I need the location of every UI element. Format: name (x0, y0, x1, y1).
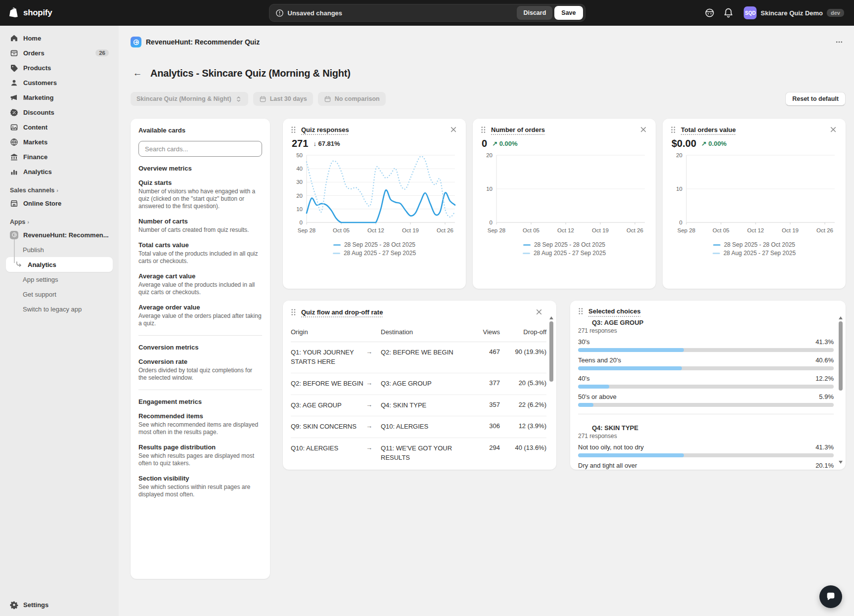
legend-swatch (333, 244, 341, 246)
available-card-item[interactable]: Conversion rateOrders divided by total q… (138, 358, 262, 382)
total-orders-value-value: $0.00 (672, 138, 696, 149)
svg-text:Oct 19: Oct 19 (782, 227, 799, 233)
charts-column: Quiz responses 271 ↓ 67.81% 01020304050S… (283, 119, 846, 470)
quiz-flow-scrollbar (549, 316, 554, 464)
sidebar-subitem-app-settings[interactable]: App settings (6, 272, 113, 287)
available-card-item[interactable]: Recommended itemsSee which recommended i… (138, 412, 262, 436)
number-of-orders-title: Number of orders (491, 126, 545, 133)
reset-to-default-button[interactable]: Reset to default (785, 92, 846, 106)
sidebar-item-orders[interactable]: Orders26 (6, 45, 113, 60)
back-arrow-button[interactable]: ← (131, 66, 144, 80)
shopify-logo[interactable]: shopify (8, 6, 52, 20)
sidebar-item-label: Analytics (23, 168, 52, 176)
close-icon[interactable] (535, 308, 543, 316)
sidebar-subitem-analytics[interactable]: Analytics (6, 257, 113, 272)
close-icon[interactable] (449, 125, 458, 134)
scroll-down-icon[interactable] (839, 461, 843, 464)
svg-text:50: 50 (296, 152, 303, 158)
available-card-item[interactable]: Number of cartsNumber of carts created f… (138, 218, 262, 234)
calendar-icon (324, 95, 331, 103)
shopify-admin: shopify Unsaved changes Discard Save SQD… (0, 0, 854, 616)
scrollbar-thumb[interactable] (549, 321, 553, 382)
sidebar-item-discounts[interactable]: Discounts (6, 105, 113, 120)
drag-handle-icon[interactable] (671, 126, 676, 133)
choice-pct: 5.9% (819, 393, 834, 400)
save-button[interactable]: Save (554, 6, 583, 20)
sidebar-item-settings[interactable]: Settings (6, 597, 113, 612)
svg-text:Oct 26: Oct 26 (816, 227, 833, 233)
flow-views: 467 (468, 348, 500, 355)
sidebar-item-online-store[interactable]: Online Store (6, 196, 113, 211)
choice-bar: Teens and 20's40.6% (578, 356, 834, 370)
settings-label: Settings (23, 601, 48, 609)
sidebar-section-sales-channels[interactable]: Sales channels › (10, 187, 113, 194)
sidebar-sales-nav: Online Store (0, 196, 119, 211)
store-menu[interactable]: SQD Skincare Quiz Demo dev (742, 5, 846, 21)
arrow-right-icon: → (366, 379, 381, 387)
sidebar-subitem-get-support[interactable]: Get support (6, 287, 113, 302)
available-card-item[interactable]: Average cart valueAverage value of the p… (138, 272, 262, 296)
sidebar-item-finance[interactable]: Finance (6, 149, 113, 164)
available-card-title: Recommended items (138, 412, 262, 420)
chevron-right-icon: › (56, 187, 58, 193)
drag-handle-icon[interactable] (291, 126, 296, 133)
sidebar-item-customers[interactable]: Customers (6, 75, 113, 90)
available-card-desc: Number of carts created from quiz result… (138, 226, 262, 234)
arrow-right-icon: → (366, 444, 381, 451)
sidebar-item-revenuehunt-app[interactable]: RevenueHunt: Recommen... (6, 227, 113, 242)
flow-destination: Q4: SKIN TYPE (381, 401, 468, 410)
quiz-flow-row: Q9: SKIN CONCERNS→Q10: ALERGIES30612 (3.… (291, 416, 546, 438)
available-card-item[interactable]: Average order valueAverage value of the … (138, 304, 262, 327)
quiz-select[interactable]: Skincare Quiz (Morning & Night) (131, 92, 248, 106)
svg-text:10: 10 (296, 206, 303, 212)
sidekick-icon[interactable] (704, 7, 715, 18)
sidebar-section-apps[interactable]: Apps › (10, 219, 113, 225)
drag-handle-icon[interactable] (291, 308, 296, 316)
drag-handle-icon[interactable] (578, 308, 584, 315)
choice-bar-fill (578, 366, 682, 370)
choice-label: 50's or above (578, 393, 617, 400)
available-card-item[interactable]: Quiz startsNumber of visitors who have e… (138, 179, 262, 210)
sidebar-item-marketing[interactable]: Marketing (6, 90, 113, 105)
flow-dropoff: 20 (5.3%) (500, 379, 546, 387)
choice-label: Teens and 20's (578, 356, 621, 364)
notifications-bell-icon[interactable] (723, 7, 734, 18)
available-card-desc: See which sections within result pages a… (138, 484, 262, 498)
date-range-filter[interactable]: Last 30 days (253, 92, 313, 106)
choice-bar-fill (578, 453, 684, 457)
sidebar-subitem-publish[interactable]: Publish (6, 242, 113, 257)
number-of-orders-change: ↗ 0.00% (492, 140, 517, 147)
scrollbar-thumb[interactable] (839, 321, 843, 391)
quiz-flow-row: Q1: YOUR JOURNEY STARTS HERE→Q2: BEFORE … (291, 342, 546, 373)
choice-responses-count: 271 responses (578, 433, 834, 440)
chat-launcher-button[interactable] (819, 585, 842, 608)
sidebar-item-products[interactable]: Products (6, 60, 113, 75)
unsaved-changes-bar[interactable]: Unsaved changes Discard Save (269, 4, 585, 22)
legend-label: 28 Sep 2025 - 28 Oct 2025 (344, 241, 415, 248)
legend-swatch (523, 253, 530, 254)
available-card-item[interactable]: Section visibilitySee which sections wit… (138, 475, 262, 498)
scroll-up-icon[interactable] (549, 316, 553, 319)
comparison-filter[interactable]: No comparison (318, 92, 386, 106)
sidebar-subitem-switch-to-legacy-app[interactable]: Switch to legacy app (6, 302, 113, 316)
total-orders-value-legend: 28 Sep 2025 - 28 Oct 202528 Aug 2025 - 2… (671, 241, 838, 257)
cards-section-title: Overview metrics (138, 165, 262, 172)
sidebar-item-home[interactable]: Home (6, 31, 113, 45)
selected-choices-title: Selected choices (588, 308, 641, 315)
legend-item: 28 Aug 2025 - 27 Sep 2025 (333, 250, 416, 257)
sidebar-item-content[interactable]: Content (6, 120, 113, 134)
available-card-desc: Orders divided by total quiz completions… (138, 367, 262, 382)
more-actions-button[interactable] (833, 36, 846, 48)
available-card-item[interactable]: Results page distributionSee which resul… (138, 443, 262, 467)
choice-bar-fill (578, 403, 593, 407)
search-cards-input[interactable] (138, 141, 262, 157)
scroll-up-icon[interactable] (839, 316, 843, 319)
discard-button[interactable]: Discard (517, 6, 552, 20)
close-icon[interactable] (639, 125, 648, 134)
sidebar-item-markets[interactable]: Markets (6, 134, 113, 149)
drag-handle-icon[interactable] (481, 126, 486, 133)
choice-group: Q4: SKIN TYPE271 responsesNot too oily, … (578, 414, 834, 470)
close-icon[interactable] (829, 125, 838, 134)
sidebar-item-analytics[interactable]: Analytics (6, 164, 113, 179)
available-card-item[interactable]: Total carts valueTotal value of the prod… (138, 241, 262, 265)
